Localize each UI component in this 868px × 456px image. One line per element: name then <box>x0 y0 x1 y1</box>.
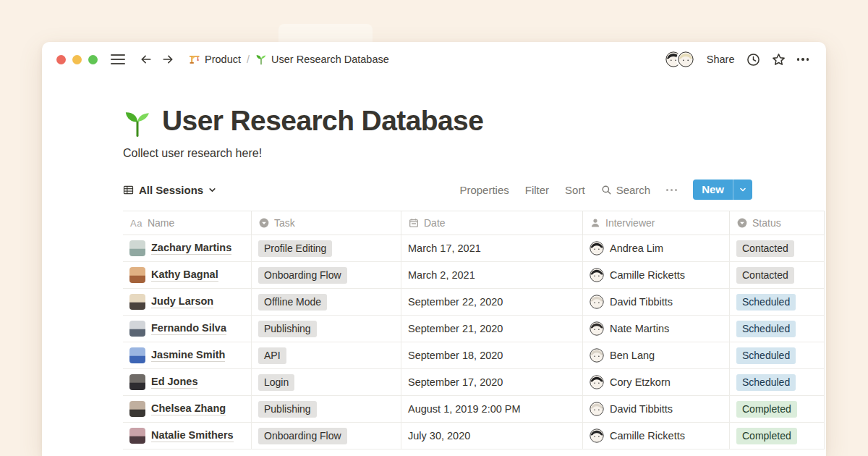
cell-interviewer[interactable]: Camille Ricketts <box>583 423 730 449</box>
task-tag: Onboarding Flow <box>258 267 347 284</box>
interviewer-name: Camille Ricketts <box>610 269 685 281</box>
cell-task[interactable]: Offline Mode <box>252 289 401 315</box>
collaborator-avatar[interactable] <box>676 50 695 69</box>
cell-task[interactable]: Profile Editing <box>252 235 401 261</box>
date-value: August 1, 2019 2:00 PM <box>408 403 521 415</box>
search-label: Search <box>616 184 651 196</box>
interviewer-name: Nate Martins <box>610 323 669 334</box>
breadcrumb-item-page[interactable]: User Research Database <box>255 54 389 65</box>
page-title[interactable]: User Research Database <box>162 104 483 138</box>
cell-name[interactable]: Zachary Martins <box>123 235 252 261</box>
cell-interviewer[interactable]: Camille Ricketts <box>583 262 730 288</box>
date-value: March 2, 2021 <box>408 269 475 281</box>
cell-date[interactable]: March 17, 2021 <box>401 235 583 261</box>
table-body: Zachary Martins Profile Editing March 17… <box>123 235 825 449</box>
cell-date[interactable]: September 22, 2020 <box>401 289 583 315</box>
status-tag: Completed <box>736 401 797 418</box>
cell-interviewer[interactable]: David Tibbitts <box>583 289 730 315</box>
cell-name[interactable]: Fernando Silva <box>123 316 252 342</box>
column-header-status[interactable]: Status <box>730 211 825 235</box>
new-button-dropdown[interactable] <box>733 180 752 200</box>
task-tag: API <box>258 347 286 364</box>
column-header-date[interactable]: Date <box>401 211 583 235</box>
person-photo-avatar <box>129 428 145 444</box>
interviewer-name: Camille Ricketts <box>610 430 685 442</box>
cell-interviewer[interactable]: Nate Martins <box>583 316 730 342</box>
column-header-name[interactable]: AaName <box>123 211 252 235</box>
forward-icon[interactable] <box>161 53 174 66</box>
cell-date[interactable]: August 1, 2019 2:00 PM <box>401 396 583 422</box>
cell-task[interactable]: Onboarding Flow <box>252 423 401 449</box>
table-row: Chelsea Zhang Publishing August 1, 2019 … <box>123 396 825 423</box>
cell-date[interactable]: March 2, 2021 <box>401 262 583 288</box>
table-row: Zachary Martins Profile Editing March 17… <box>123 235 825 262</box>
breadcrumb-item-product[interactable]: Product <box>189 54 241 65</box>
cell-status[interactable]: Scheduled <box>730 342 825 368</box>
table-row: Kathy Bagnal Onboarding Flow March 2, 20… <box>123 262 825 289</box>
interviewer-name: Andrea Lim <box>610 242 663 254</box>
toolbar-action-properties[interactable]: Properties <box>459 184 509 196</box>
interviewer-avatar <box>590 348 604 363</box>
minimize-window-button[interactable] <box>72 55 82 64</box>
column-header-task[interactable]: Task <box>252 211 401 235</box>
view-more-icon[interactable] <box>666 189 677 191</box>
toolbar-action-sort[interactable]: Sort <box>565 184 585 196</box>
view-switcher[interactable]: All Sessions <box>123 184 216 196</box>
close-window-button[interactable] <box>56 55 66 64</box>
table-view-icon <box>123 185 134 195</box>
interviewer-avatar <box>590 375 604 389</box>
cell-date[interactable]: September 21, 2020 <box>401 316 583 342</box>
cell-name[interactable]: Judy Larson <box>123 289 252 315</box>
cell-status[interactable]: Scheduled <box>730 289 825 315</box>
cell-interviewer[interactable]: Ben Lang <box>583 342 730 368</box>
cell-date[interactable]: July 30, 2020 <box>401 423 583 449</box>
new-button-main[interactable]: New <box>693 180 733 200</box>
cell-task[interactable]: Publishing <box>252 316 401 342</box>
column-label: Name <box>148 217 174 229</box>
cell-task[interactable]: API <box>252 342 401 368</box>
cell-status[interactable]: Scheduled <box>730 369 825 395</box>
cell-status[interactable]: Scheduled <box>730 316 825 342</box>
status-tag: Completed <box>736 428 797 444</box>
favorite-star-icon[interactable] <box>772 53 786 67</box>
cell-name[interactable]: Natalie Smithers <box>123 423 252 449</box>
person-name-link: Judy Larson <box>151 295 213 308</box>
updates-clock-icon[interactable] <box>746 53 760 67</box>
toolbar-actions: PropertiesFilterSort Search New <box>459 180 752 200</box>
back-icon[interactable] <box>140 53 153 66</box>
cell-task[interactable]: Publishing <box>252 396 401 422</box>
cell-status[interactable]: Completed <box>730 423 825 449</box>
cell-task[interactable]: Login <box>252 369 401 395</box>
column-header-interviewer[interactable]: Interviewer <box>583 211 730 235</box>
cell-interviewer[interactable]: Andrea Lim <box>583 235 730 261</box>
cell-status[interactable]: Contacted <box>730 235 825 261</box>
column-label: Date <box>424 217 446 229</box>
cell-date[interactable]: September 18, 2020 <box>401 342 583 368</box>
more-options-icon[interactable] <box>797 58 809 61</box>
person-photo-avatar <box>129 267 145 283</box>
cell-interviewer[interactable]: David Tibbitts <box>583 396 730 422</box>
status-tag: Scheduled <box>736 347 796 364</box>
seedling-icon <box>255 54 267 65</box>
page-content: User Research Database Collect user rese… <box>42 104 826 449</box>
cell-status[interactable]: Contacted <box>730 262 825 288</box>
search-icon <box>601 185 612 195</box>
zoom-window-button[interactable] <box>88 55 98 64</box>
task-tag: Onboarding Flow <box>258 428 347 444</box>
collaborator-avatars <box>664 50 695 69</box>
search-button[interactable]: Search <box>601 184 651 196</box>
page-subtitle[interactable]: Collect user research here! <box>123 147 826 160</box>
cell-task[interactable]: Onboarding Flow <box>252 262 401 288</box>
status-tag: Scheduled <box>736 321 796 337</box>
share-button[interactable]: Share <box>707 54 735 65</box>
sidebar-menu-icon[interactable] <box>111 54 125 64</box>
toolbar-action-filter[interactable]: Filter <box>525 184 549 196</box>
cell-status[interactable]: Completed <box>730 396 825 422</box>
cell-name[interactable]: Ed Jones <box>123 369 252 395</box>
cell-interviewer[interactable]: Cory Etzkorn <box>583 369 730 395</box>
window-controls <box>56 55 98 64</box>
cell-name[interactable]: Jasmine Smith <box>123 342 252 368</box>
cell-name[interactable]: Chelsea Zhang <box>123 396 252 422</box>
cell-date[interactable]: September 17, 2020 <box>401 369 583 395</box>
cell-name[interactable]: Kathy Bagnal <box>123 262 252 288</box>
